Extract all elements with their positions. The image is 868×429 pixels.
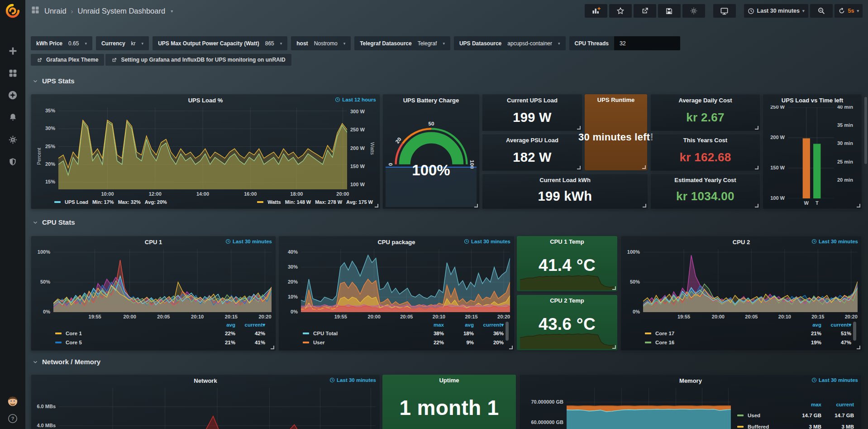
resize-handle[interactable] xyxy=(643,204,646,207)
create-plus-icon[interactable] xyxy=(8,46,18,56)
legend-series-name[interactable]: Core 1 xyxy=(55,331,205,336)
x-tick-label: 10:00 xyxy=(101,191,114,197)
help-icon[interactable]: ? xyxy=(8,414,18,424)
apps-grid-icon[interactable] xyxy=(31,5,40,16)
legend-series-name[interactable]: Core 17 xyxy=(645,331,792,336)
plot-area[interactable] xyxy=(788,107,834,198)
resize-handle[interactable] xyxy=(474,204,478,207)
legend-scrollbar[interactable] xyxy=(853,322,856,341)
tv-mode-button[interactable] xyxy=(713,4,736,18)
chevron-down-icon xyxy=(33,220,38,225)
page-scrollbar[interactable] xyxy=(864,97,867,164)
save-button[interactable] xyxy=(658,4,681,18)
alerting-bell-icon[interactable] xyxy=(8,112,18,122)
legend-column-max[interactable]: max xyxy=(414,322,444,328)
legend-series-name[interactable]: Core 16 xyxy=(645,340,792,345)
var-currency[interactable]: Currencykr▾ xyxy=(96,36,149,50)
plot-area[interactable] xyxy=(53,249,272,312)
legend-column-max[interactable]: max xyxy=(789,402,821,407)
link-grafana-plex-theme[interactable]: Grafana Plex Theme xyxy=(31,54,104,66)
resize-handle[interactable] xyxy=(755,166,758,169)
breadcrumb-app[interactable]: Unraid xyxy=(44,7,67,15)
legend-series[interactable]: UPS LoadMin: 17%Max: 32%Avg: 20% xyxy=(54,199,167,205)
x-tick-label: 20:05 xyxy=(157,314,170,319)
var-ups-max-output[interactable]: UPS Max Output Power Capacity (Watt)865▾ xyxy=(153,36,287,50)
grafana-logo-icon[interactable] xyxy=(5,3,20,20)
time-range-picker[interactable]: Last 30 minutes ▾ xyxy=(744,4,808,18)
panel-timerange[interactable]: Last 30 minutes xyxy=(811,239,858,244)
legend-column-avg[interactable]: avg xyxy=(205,322,235,328)
cpu-package-chart: 0%10%20%30%40%19:5520:0020:0520:1020:152… xyxy=(281,247,512,349)
panel-timerange[interactable]: Last 30 minutes xyxy=(329,377,376,383)
var-telegraf-datasource[interactable]: Telegraf DatasourceTelegraf▾ xyxy=(354,36,450,50)
var-ups-datasource[interactable]: UPS Datasourceapcupsd-container▾ xyxy=(454,36,566,50)
legend-column-avg[interactable]: avg xyxy=(792,322,821,328)
plot-area[interactable] xyxy=(59,388,376,429)
section-network-memory[interactable]: Network / Memory xyxy=(33,358,100,366)
cpu2-chart: 0%50%100%19:5520:0020:0520:1020:1520:20a… xyxy=(623,247,859,349)
legend-series-name[interactable]: Core 5 xyxy=(55,340,205,345)
x-tick-label: 20:20 xyxy=(845,314,858,319)
resize-handle[interactable] xyxy=(857,204,860,207)
resize-handle[interactable] xyxy=(509,346,513,349)
resize-handle[interactable] xyxy=(755,204,758,207)
dashboards-icon[interactable] xyxy=(8,68,18,78)
server-admin-shield-icon[interactable] xyxy=(8,157,18,167)
plot-area[interactable] xyxy=(567,388,731,429)
resize-handle[interactable] xyxy=(857,346,860,349)
legend-column-current[interactable]: current▾ xyxy=(821,322,851,328)
legend-column-avg[interactable]: avg xyxy=(444,322,474,328)
legend-scrollbar[interactable] xyxy=(506,322,509,341)
resize-handle[interactable] xyxy=(755,126,758,130)
plot-area[interactable] xyxy=(58,107,347,189)
panel-timerange[interactable]: Last 30 minutes xyxy=(811,377,858,383)
panel-timerange[interactable]: Last 30 minutes xyxy=(464,239,510,244)
user-avatar[interactable] xyxy=(8,396,18,406)
y-tick-label: 70.000000 GB xyxy=(531,399,563,405)
cpu-threads-input[interactable] xyxy=(614,36,680,50)
add-panel-button[interactable] xyxy=(585,4,607,18)
resize-handle[interactable] xyxy=(577,126,581,130)
chevron-down-icon: ▾ xyxy=(142,41,144,46)
panel-timerange[interactable]: Last 30 minutes xyxy=(225,239,272,244)
explore-compass-icon[interactable] xyxy=(8,90,18,100)
legend-series-name[interactable]: CPU Total xyxy=(303,331,414,336)
y-tick-label: 100% xyxy=(627,249,640,255)
legend-row: Core 122%42% xyxy=(55,329,265,338)
resize-handle[interactable] xyxy=(612,345,616,349)
resize-handle[interactable] xyxy=(577,166,581,169)
link-ups-monitoring-guide[interactable]: Setting up Grafana and InfluxDB for UPS … xyxy=(105,54,291,66)
legend-series-name[interactable]: User xyxy=(303,340,414,345)
resize-handle[interactable] xyxy=(375,204,378,207)
refresh-picker[interactable]: 5s ▾ xyxy=(835,4,863,18)
var-host[interactable]: hostNostromo▾ xyxy=(291,36,351,50)
legend-series-name[interactable]: Used xyxy=(737,413,789,418)
panel-ups-load-vs-time-left: UPS Load vs Time left 100 W150 W200 W250… xyxy=(763,94,862,209)
var-kwh-price[interactable]: kWh Price0.65▾ xyxy=(31,36,92,50)
legend-value: 18% xyxy=(444,331,474,336)
legend-series-name[interactable]: Buffered xyxy=(737,424,789,429)
resize-handle[interactable] xyxy=(612,286,616,290)
section-ups-stats[interactable]: UPS Stats xyxy=(33,77,75,85)
timeseries: 50.000000 GB60.000000 GB70.000000 GBmaxc… xyxy=(522,386,859,429)
dashboard-title[interactable]: Unraid System Dashboard xyxy=(78,7,166,15)
section-cpu-stats[interactable]: CPU Stats xyxy=(33,218,75,226)
share-button[interactable] xyxy=(634,4,656,18)
plot-area[interactable] xyxy=(301,249,510,312)
bar-chart: 100 W150 W200 W250 WWT20 min25 min30 min… xyxy=(765,106,859,207)
legend-column-current[interactable]: current▾ xyxy=(235,322,265,328)
plot-area[interactable] xyxy=(643,249,858,312)
settings-gear-icon[interactable] xyxy=(682,4,705,18)
panel-ups-battery-charge: UPS Battery Charge 02050100100% xyxy=(382,94,480,209)
chevron-down-icon[interactable]: ▾ xyxy=(171,9,173,14)
legend-column-current[interactable]: current xyxy=(821,402,854,407)
panel-timerange[interactable]: Last 12 hours xyxy=(335,97,376,102)
legend-column-current[interactable]: current▾ xyxy=(474,322,504,328)
battery-gauge: 02050100100% xyxy=(385,106,477,207)
star-button[interactable] xyxy=(609,4,632,18)
resize-handle[interactable] xyxy=(642,165,646,169)
legend-series[interactable]: WattsMin: 148 WMax: 278 WAvg: 175 W xyxy=(257,199,373,205)
resize-handle[interactable] xyxy=(271,346,274,349)
configuration-gear-icon[interactable] xyxy=(8,135,18,145)
zoom-out-button[interactable] xyxy=(810,4,833,18)
